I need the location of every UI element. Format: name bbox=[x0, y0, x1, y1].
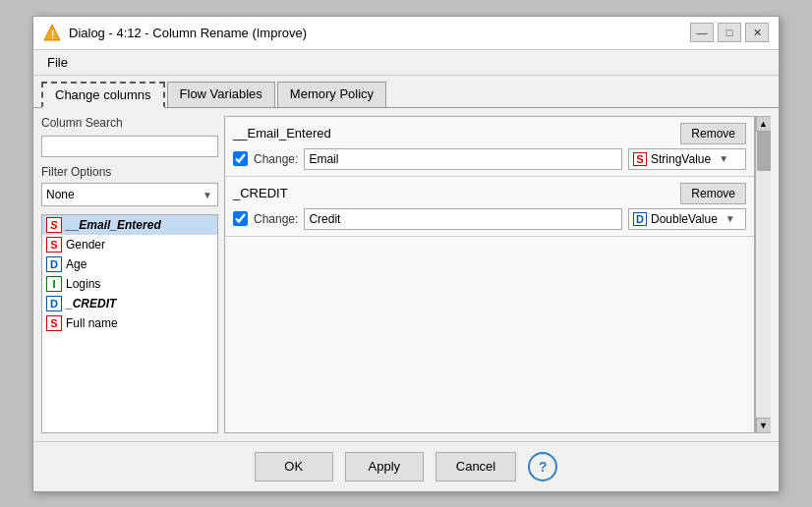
column-item-fullname[interactable]: S Full name bbox=[42, 313, 217, 333]
column-name-email: __Email_Entered bbox=[66, 218, 161, 232]
help-button[interactable]: ? bbox=[528, 452, 557, 481]
change-checkbox-1[interactable] bbox=[233, 211, 248, 226]
entry-row-0: Change: S StringValue ▼ bbox=[233, 148, 746, 170]
tab-change-columns[interactable]: Change columns bbox=[41, 82, 165, 108]
change-checkbox-0[interactable] bbox=[233, 151, 248, 166]
remove-button-0[interactable]: Remove bbox=[680, 123, 746, 144]
tab-flow-variables[interactable]: Flow Variables bbox=[167, 82, 275, 108]
entry-header-1: _CREDIT Remove bbox=[233, 183, 746, 204]
title-bar: ! Dialog - 4:12 - Column Rename (Improve… bbox=[33, 17, 779, 50]
search-label: Column Search bbox=[41, 116, 218, 130]
apply-button[interactable]: Apply bbox=[345, 452, 424, 481]
window-title: Dialog - 4:12 - Column Rename (Improve) bbox=[69, 26, 307, 40]
filter-label: Filter Options bbox=[41, 165, 218, 179]
tab-memory-policy[interactable]: Memory Policy bbox=[277, 82, 386, 108]
type-dropdown-arrow-1: ▼ bbox=[725, 213, 735, 224]
new-name-input-1[interactable] bbox=[304, 208, 622, 230]
filter-select[interactable]: None Include Exclude bbox=[41, 183, 218, 206]
type-badge-s-3: S bbox=[46, 315, 62, 331]
type-select-badge-d: D bbox=[633, 212, 647, 226]
column-list: S __Email_Entered S Gender D Age I Login… bbox=[41, 214, 218, 433]
footer: OK Apply Cancel ? bbox=[33, 441, 779, 491]
rename-entry-0: __Email_Entered Remove Change: S StringV… bbox=[225, 117, 754, 177]
column-item-gender[interactable]: S Gender bbox=[42, 235, 217, 254]
tabs-bar: Change columns Flow Variables Memory Pol… bbox=[33, 76, 779, 108]
entry-row-1: Change: D DoubleValue ▼ bbox=[233, 208, 746, 230]
column-item-age[interactable]: D Age bbox=[42, 254, 217, 274]
change-label-0: Change: bbox=[254, 152, 298, 166]
ok-button[interactable]: OK bbox=[255, 452, 333, 481]
type-badge-s-2: S bbox=[46, 237, 62, 253]
content-area: Column Search Filter Options None Includ… bbox=[33, 107, 779, 441]
vertical-scrollbar[interactable]: ▲ ▼ bbox=[755, 116, 771, 433]
menu-bar: File bbox=[33, 50, 779, 76]
type-dropdown-arrow-0: ▼ bbox=[719, 153, 728, 164]
file-menu[interactable]: File bbox=[41, 52, 74, 73]
main-window: ! Dialog - 4:12 - Column Rename (Improve… bbox=[32, 16, 780, 492]
column-item-email-entered[interactable]: S __Email_Entered bbox=[42, 215, 217, 235]
change-label-1: Change: bbox=[254, 212, 298, 226]
close-button[interactable]: ✕ bbox=[745, 23, 769, 42]
right-empty-area bbox=[225, 237, 754, 432]
scroll-thumb[interactable] bbox=[757, 132, 771, 171]
maximize-button[interactable]: □ bbox=[718, 23, 741, 42]
entry-original-name-1: _CREDIT bbox=[233, 186, 288, 200]
type-select-text-1: DoubleValue bbox=[651, 212, 718, 226]
cancel-button[interactable]: Cancel bbox=[435, 452, 516, 481]
rename-entry-1: _CREDIT Remove Change: D DoubleValue ▼ bbox=[225, 177, 754, 237]
remove-button-1[interactable]: Remove bbox=[680, 183, 746, 204]
minimize-button[interactable]: — bbox=[690, 23, 714, 42]
type-select-text-0: StringValue bbox=[651, 152, 711, 166]
column-name-fullname: Full name bbox=[66, 316, 118, 330]
type-select-badge-s: S bbox=[633, 152, 647, 166]
entry-header-0: __Email_Entered Remove bbox=[233, 123, 746, 144]
scroll-up-arrow[interactable]: ▲ bbox=[756, 116, 772, 132]
search-input[interactable] bbox=[41, 136, 218, 157]
entry-original-name-0: __Email_Entered bbox=[233, 126, 331, 141]
column-name-logins: Logins bbox=[66, 277, 100, 291]
type-badge-d: D bbox=[46, 256, 62, 272]
title-bar-left: ! Dialog - 4:12 - Column Rename (Improve… bbox=[43, 24, 307, 41]
type-selector-1[interactable]: D DoubleValue ▼ bbox=[628, 208, 746, 230]
type-badge-i: I bbox=[46, 276, 62, 292]
scroll-track[interactable] bbox=[756, 132, 771, 418]
right-panel-with-scroll: __Email_Entered Remove Change: S StringV… bbox=[224, 116, 771, 433]
filter-select-wrapper: None Include Exclude ▼ bbox=[41, 183, 218, 206]
left-panel: Column Search Filter Options None Includ… bbox=[41, 116, 218, 433]
type-badge-d-2: D bbox=[46, 296, 62, 311]
title-controls: — □ ✕ bbox=[690, 23, 769, 42]
column-name-credit: _CREDIT bbox=[66, 297, 116, 310]
type-badge-s: S bbox=[46, 217, 62, 233]
column-name-age: Age bbox=[66, 257, 87, 271]
type-selector-0[interactable]: S StringValue ▼ bbox=[628, 148, 746, 170]
column-item-credit[interactable]: D _CREDIT bbox=[42, 294, 217, 313]
app-icon: ! bbox=[43, 24, 61, 41]
right-panel-content: __Email_Entered Remove Change: S StringV… bbox=[224, 116, 755, 433]
scroll-down-arrow[interactable]: ▼ bbox=[756, 418, 772, 433]
column-name-gender: Gender bbox=[66, 238, 105, 252]
column-item-logins[interactable]: I Logins bbox=[42, 274, 217, 294]
svg-text:!: ! bbox=[51, 29, 54, 40]
new-name-input-0[interactable] bbox=[304, 148, 622, 170]
